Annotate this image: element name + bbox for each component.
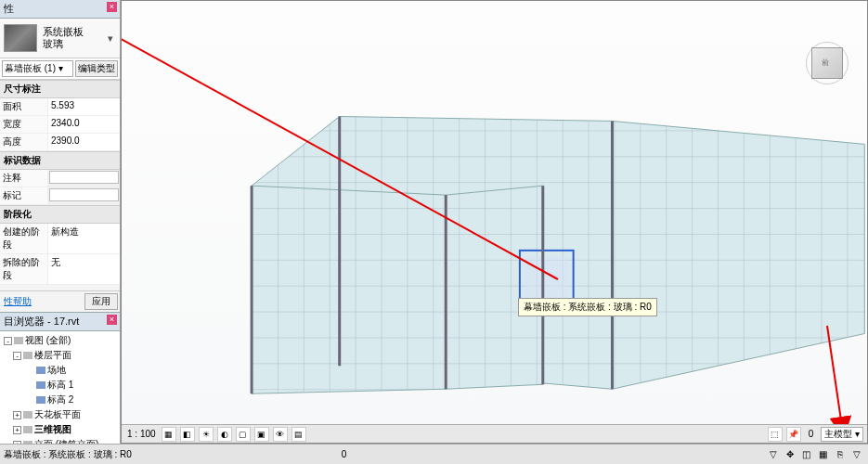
select-pinned-icon[interactable]: 📌 [786, 427, 801, 442]
tree-item-label: 三维视图 [34, 424, 71, 434]
prop-key: 面积 [0, 98, 48, 115]
tree-item-icon [36, 381, 45, 389]
status-text: 幕墙嵌板 : 系统嵌板 : 玻璃 : R0 [4, 448, 132, 461]
prop-value-input[interactable] [49, 171, 119, 184]
prop-value-input[interactable] [49, 188, 119, 201]
tree-item-icon [23, 426, 32, 433]
prop-key: 标记 [0, 187, 48, 204]
prop-row: 创建的阶段 新构造 [0, 224, 120, 254]
properties-title: 性 [4, 3, 14, 14]
viewport-3d[interactable]: 前 [121, 0, 868, 444]
type-thumbnail-icon [4, 24, 37, 52]
status-middle-value: 0 [342, 449, 347, 459]
view-control-bar: 1 : 100 ▦ ◧ ☀ ◐ ▢ ▣ 👁 ▤ ⬚ 📌 0 主模型 ▾ [122, 424, 867, 443]
properties-help-link[interactable]: 性帮助 [2, 293, 84, 310]
prop-key: 创建的阶段 [0, 224, 48, 253]
filter-icon[interactable]: ▽ [849, 447, 864, 462]
chevron-down-icon: ▾ [855, 429, 860, 439]
select-underlay-icon[interactable]: ▦ [816, 447, 831, 462]
expand-icon[interactable]: + [13, 426, 21, 434]
tree-item-icon [14, 337, 23, 344]
prop-value[interactable]: 新构造 [48, 224, 120, 253]
edit-type-button[interactable]: 编辑类型 [75, 60, 118, 77]
prop-row: 高度 2390.0 [0, 134, 120, 151]
chevron-down-icon: ▾ [58, 63, 63, 73]
tree-item-label: 标高 2 [47, 394, 73, 405]
element-tooltip: 幕墙嵌板 : 系统嵌板 : 玻璃 : R0 [518, 298, 657, 316]
tree-node[interactable]: +三维视图 [0, 422, 120, 437]
tree-node[interactable]: 场地 [0, 363, 120, 378]
prop-row: 宽度 2340.0 [0, 116, 120, 134]
val0: 0 [805, 429, 818, 439]
tree-item-icon [23, 352, 32, 359]
close-icon[interactable]: × [107, 315, 117, 325]
tree-item-label: 天花板平面 [34, 409, 81, 419]
prop-value[interactable]: 2340.0 [48, 116, 120, 133]
prop-key: 宽度 [0, 116, 48, 133]
sun-path-icon[interactable]: ☀ [199, 427, 214, 442]
select-face-icon[interactable]: ◫ [799, 447, 814, 462]
temp-hide-icon[interactable]: ▤ [291, 427, 306, 442]
tree-node[interactable]: -楼层平面 [0, 348, 120, 363]
phasing-section-header: 阶段化 [0, 205, 120, 224]
tree-item-label: 场地 [47, 365, 66, 375]
browser-panel-header: 目浏览器 - 17.rvt × [0, 312, 120, 331]
select-links-icon[interactable]: ⬚ [768, 427, 783, 442]
browser-title: 目浏览器 - 17.rvt [4, 316, 79, 327]
apply-button[interactable]: 应用 [84, 293, 118, 310]
view-scale[interactable]: 1 : 100 [125, 429, 158, 439]
svg-rect-7 [525, 256, 568, 301]
tree-item-label: 视图 (全部) [25, 335, 71, 345]
crop-icon[interactable]: ▢ [236, 427, 251, 442]
prop-row: 拆除的阶段 无 [0, 254, 120, 285]
instance-filter-combo[interactable]: 幕墙嵌板 (1) ▾ [2, 60, 73, 77]
visual-style-icon[interactable]: ◧ [180, 427, 195, 442]
type-selector-labels: 系统嵌板 玻璃 [43, 26, 105, 50]
tree-node[interactable]: +天花板平面 [0, 407, 120, 422]
status-bar: 幕墙嵌板 : 系统嵌板 : 玻璃 : R0 0 ▽ ✥ ◫ ▦ ⎘ ▽ [0, 444, 868, 464]
expand-icon[interactable]: + [13, 411, 21, 419]
prop-key: 高度 [0, 134, 48, 150]
tree-item-icon [36, 367, 45, 374]
svg-marker-4 [252, 186, 446, 393]
chevron-down-icon: ▾ [105, 32, 116, 45]
tree-item-icon [36, 396, 45, 404]
design-options-combo[interactable]: 主模型 ▾ [821, 427, 863, 442]
type-name-label: 玻璃 [43, 38, 105, 50]
left-sidebar: 性 × 系统嵌板 玻璃 ▾ 幕墙嵌板 (1) ▾ 编辑类型 尺寸标注 面积 5.… [0, 0, 121, 464]
svg-marker-1 [612, 121, 864, 389]
expand-icon[interactable]: - [13, 352, 21, 360]
unhide-icon[interactable]: 👁 [273, 427, 288, 442]
drag-icon[interactable]: ✥ [783, 447, 797, 462]
properties-panel-header: 性 × [0, 0, 120, 19]
building-model [122, 1, 867, 443]
close-icon[interactable]: × [107, 2, 117, 12]
prop-key: 拆除的阶段 [0, 254, 48, 284]
detail-level-icon[interactable]: ▦ [162, 427, 176, 442]
tree-node[interactable]: 标高 2 [0, 393, 120, 407]
tree-node[interactable]: 标高 1 [0, 378, 120, 393]
selection-filter-icon[interactable]: ▽ [766, 447, 781, 462]
properties-help-row: 性帮助 应用 [0, 290, 120, 312]
filter-row: 幕墙嵌板 (1) ▾ 编辑类型 [0, 58, 120, 80]
type-selector[interactable]: 系统嵌板 玻璃 ▾ [0, 19, 120, 58]
expand-icon[interactable]: - [4, 337, 12, 345]
prop-value[interactable]: 无 [48, 254, 120, 284]
prop-value[interactable]: 2390.0 [48, 134, 120, 150]
crop-visible-icon[interactable]: ▣ [254, 427, 269, 442]
prop-key: 注释 [0, 170, 48, 187]
tree-item-label: 标高 1 [47, 380, 73, 390]
type-family-label: 系统嵌板 [43, 26, 105, 38]
prop-row: 面积 5.593 [0, 98, 120, 116]
shadows-icon[interactable]: ◐ [217, 427, 232, 442]
tree-item-icon [23, 411, 32, 419]
identity-section-header: 标识数据 [0, 151, 120, 170]
status-right-icons: ▽ ✥ ◫ ▦ ⎘ ▽ [766, 447, 864, 462]
dim-section-header: 尺寸标注 [0, 80, 120, 98]
prop-row: 标记 [0, 187, 120, 205]
prop-value[interactable]: 5.593 [48, 98, 120, 115]
select-pinned-icon[interactable]: ⎘ [833, 447, 848, 462]
prop-row: 注释 [0, 170, 120, 187]
tree-node[interactable]: -视图 (全部) [0, 333, 120, 348]
tree-item-label: 楼层平面 [34, 350, 71, 360]
